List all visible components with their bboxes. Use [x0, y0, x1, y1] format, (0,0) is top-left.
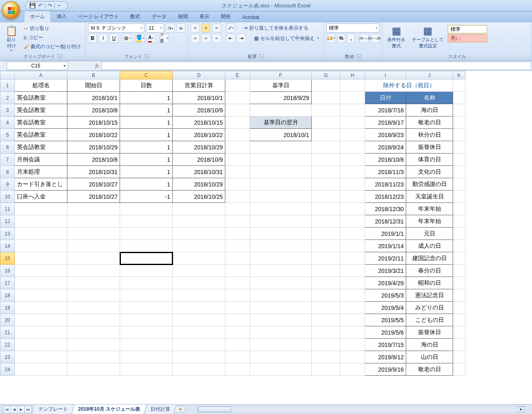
- cell-K1[interactable]: [453, 79, 465, 92]
- redo-icon[interactable]: ↷: [46, 2, 53, 9]
- format-painter-button[interactable]: 🖌書式のコピー/貼り付け: [22, 42, 83, 51]
- row-header-24[interactable]: 24: [0, 363, 15, 376]
- cell-I24[interactable]: 2019/9/16: [365, 363, 406, 376]
- cell-J17[interactable]: 昭和の日: [406, 277, 453, 289]
- cell-E19[interactable]: [225, 302, 250, 314]
- cell-A8[interactable]: 月末処理: [15, 166, 67, 178]
- cell-E5[interactable]: [225, 129, 250, 141]
- cell-H10[interactable]: [340, 191, 365, 203]
- cell-I1[interactable]: 除外する日（祝日）: [365, 79, 453, 92]
- row-header-10[interactable]: 10: [0, 191, 15, 203]
- cell-C1[interactable]: 日数: [120, 79, 173, 92]
- cell-H2[interactable]: [340, 92, 365, 104]
- qat-customize-icon[interactable]: ▾: [56, 2, 62, 9]
- cell-G3[interactable]: [312, 104, 340, 116]
- cell-E3[interactable]: [225, 104, 250, 116]
- orientation-button[interactable]: ⤢: [226, 23, 235, 33]
- cell-H18[interactable]: [340, 289, 365, 302]
- cell-C18[interactable]: [120, 289, 173, 302]
- grow-font-button[interactable]: A▴: [166, 23, 175, 33]
- cell-K20[interactable]: [453, 314, 465, 326]
- cell-H1[interactable]: [340, 79, 365, 92]
- cell-I7[interactable]: 2018/10/8: [365, 154, 406, 166]
- col-header-F[interactable]: F: [250, 71, 312, 79]
- cell-J22[interactable]: 海の日: [406, 339, 453, 351]
- cell-D18[interactable]: [173, 289, 225, 302]
- cell-H3[interactable]: [340, 104, 365, 116]
- row-header-4[interactable]: 4: [0, 116, 15, 129]
- cell-A6[interactable]: 英会話教室: [15, 141, 67, 154]
- col-header-E[interactable]: E: [225, 71, 250, 79]
- sheet-nav-next[interactable]: ▶: [17, 406, 25, 413]
- cell-J13[interactable]: 元日: [406, 228, 453, 240]
- cell-I21[interactable]: 2019/5/6: [365, 326, 406, 339]
- increase-decimal-button[interactable]: .00→.0: [360, 34, 369, 43]
- align-bottom-button[interactable]: ≡: [212, 23, 221, 33]
- cell-C3[interactable]: 1: [120, 104, 173, 116]
- ribbon-tab-7[interactable]: 開発: [215, 11, 236, 22]
- align-right-button[interactable]: ≡: [212, 34, 221, 43]
- formula-input[interactable]: [101, 62, 531, 70]
- percent-button[interactable]: %: [337, 34, 345, 43]
- col-header-H[interactable]: H: [340, 71, 365, 79]
- row-header-12[interactable]: 12: [0, 215, 15, 228]
- cell-G7[interactable]: [312, 154, 340, 166]
- cell-D15[interactable]: [173, 252, 225, 265]
- cell-J18[interactable]: 憲法記念日: [406, 289, 453, 302]
- cell-K7[interactable]: [453, 154, 465, 166]
- row-header-8[interactable]: 8: [0, 166, 15, 178]
- cell-I4[interactable]: 2018/9/17: [365, 116, 406, 129]
- cell-K11[interactable]: [453, 203, 465, 215]
- font-name-combo[interactable]: ＭＳ Ｐゴシック▾: [88, 23, 144, 33]
- bold-button[interactable]: B: [88, 34, 97, 43]
- cell-H4[interactable]: [340, 116, 365, 129]
- cell-F7[interactable]: [250, 154, 312, 166]
- cell-C20[interactable]: [120, 314, 173, 326]
- cell-K18[interactable]: [453, 289, 465, 302]
- cell-F10[interactable]: [250, 191, 312, 203]
- cell-I10[interactable]: 2018/12/23: [365, 191, 406, 203]
- cell-F23[interactable]: [250, 351, 312, 363]
- cell-I3[interactable]: 2018/7/16: [365, 104, 406, 116]
- cell-J2[interactable]: 名称: [406, 92, 453, 104]
- cell-B16[interactable]: [67, 265, 120, 277]
- cell-G21[interactable]: [312, 326, 340, 339]
- phonetic-button[interactable]: ア亜: [160, 34, 169, 43]
- cell-G10[interactable]: [312, 191, 340, 203]
- cell-I2[interactable]: 日付: [365, 92, 406, 104]
- cell-C17[interactable]: [120, 277, 173, 289]
- cell-B17[interactable]: [67, 277, 120, 289]
- cell-C10[interactable]: -1: [120, 191, 173, 203]
- ribbon-tab-0[interactable]: ホーム: [24, 11, 51, 22]
- cell-A18[interactable]: [15, 289, 67, 302]
- cell-K9[interactable]: [453, 178, 465, 191]
- cell-G2[interactable]: [312, 92, 340, 104]
- cell-E17[interactable]: [225, 277, 250, 289]
- undo-icon[interactable]: ↶: [37, 2, 44, 9]
- cell-K14[interactable]: [453, 240, 465, 252]
- cell-B20[interactable]: [67, 314, 120, 326]
- cell-A5[interactable]: 英会話教室: [15, 129, 67, 141]
- cell-D8[interactable]: 2018/10/31: [173, 166, 225, 178]
- paste-button[interactable]: 📋 貼り付け ▾: [2, 23, 21, 54]
- cell-J3[interactable]: 海の日: [406, 104, 453, 116]
- cell-D7[interactable]: 2018/10/9: [173, 154, 225, 166]
- cell-F6[interactable]: [250, 141, 312, 154]
- cell-E9[interactable]: [225, 178, 250, 191]
- row-header-11[interactable]: 11: [0, 203, 15, 215]
- cell-E1[interactable]: [225, 79, 250, 92]
- cell-D20[interactable]: [173, 314, 225, 326]
- cell-I6[interactable]: 2018/9/24: [365, 141, 406, 154]
- cell-A20[interactable]: [15, 314, 67, 326]
- sheet-nav-prev[interactable]: ◀: [10, 406, 18, 413]
- cell-A3[interactable]: 英会話教室: [15, 104, 67, 116]
- dialog-launcher-icon[interactable]: ↘: [259, 54, 264, 59]
- cell-I19[interactable]: 2019/5/4: [365, 302, 406, 314]
- fx-icon[interactable]: fx: [93, 63, 101, 69]
- row-header-3[interactable]: 3: [0, 104, 15, 116]
- cell-K13[interactable]: [453, 228, 465, 240]
- cell-K5[interactable]: [453, 129, 465, 141]
- cell-K2[interactable]: [453, 92, 465, 104]
- cell-B21[interactable]: [67, 326, 120, 339]
- shrink-font-button[interactable]: A▾: [176, 23, 185, 33]
